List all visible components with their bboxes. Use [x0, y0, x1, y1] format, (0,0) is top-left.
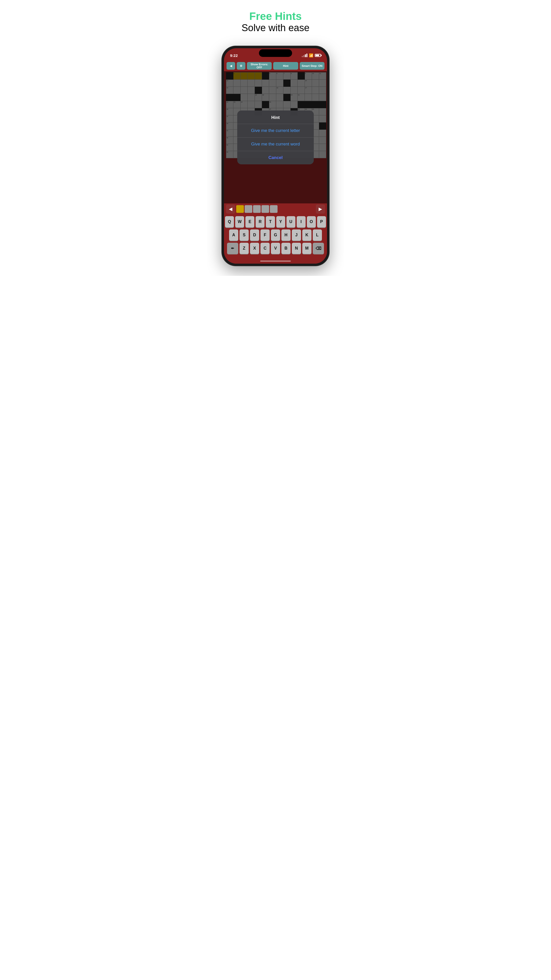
key-v[interactable]: V	[271, 243, 280, 254]
status-icons: 📶	[302, 53, 321, 57]
hint-button[interactable]: Hint	[273, 62, 298, 70]
next-word-button[interactable]: ▶	[316, 204, 325, 213]
battery-icon	[315, 54, 321, 57]
word-cell-2[interactable]	[245, 205, 252, 213]
keyboard-row-3: ✏ Z X C V B N M ⌫	[225, 243, 326, 254]
status-time: 9:22	[230, 53, 238, 58]
key-n[interactable]: N	[292, 243, 301, 254]
key-y[interactable]: Y	[276, 216, 285, 228]
keyboard-row-1: Q W E R T Y U I O P	[225, 216, 326, 228]
key-r[interactable]: R	[256, 216, 265, 228]
hint-dialog: Hint Give me the current letter Give me …	[237, 110, 314, 164]
show-errors-button[interactable]: Show Errors: OFF	[247, 62, 272, 70]
page-title-green: Free Hints	[241, 10, 310, 22]
keyboard-row-2: A S D F G H J K L	[225, 229, 326, 241]
toolbar: ◀ ⚙ Show Errors: OFF Hint Smart Step: ON	[224, 60, 327, 71]
home-indicator	[224, 259, 327, 264]
keyboard: Q W E R T Y U I O P A S D F G H J K L	[224, 215, 327, 259]
smart-step-button[interactable]: Smart Step: ON	[300, 62, 324, 70]
phone-screen: 9:22 📶 ◀ ⚙ Show Errors: OFF Hint Smart S…	[224, 48, 327, 264]
phone-notch	[259, 49, 292, 57]
key-g[interactable]: G	[271, 229, 280, 241]
key-m[interactable]: M	[302, 243, 311, 254]
crossword-container: 2 5 6 7 8 9 10 11	[224, 71, 327, 204]
word-cell-4[interactable]	[262, 205, 269, 213]
key-e[interactable]: E	[245, 216, 254, 228]
key-o[interactable]: O	[307, 216, 316, 228]
settings-button[interactable]: ⚙	[237, 62, 245, 70]
word-cell-3[interactable]	[253, 205, 261, 213]
key-pencil[interactable]: ✏	[227, 243, 238, 254]
back-button[interactable]: ◀	[227, 62, 235, 70]
phone-frame: 9:22 📶 ◀ ⚙ Show Errors: OFF Hint Smart S…	[222, 46, 329, 266]
hint-cancel-button[interactable]: Cancel	[237, 151, 314, 164]
key-a[interactable]: A	[229, 229, 238, 241]
word-cell-5[interactable]	[270, 205, 278, 213]
page-title-black: Solve with ease	[241, 22, 310, 33]
hint-dialog-overlay: Hint Give me the current letter Give me …	[224, 71, 327, 204]
prev-word-button[interactable]: ◀	[226, 204, 235, 213]
wifi-icon: 📶	[309, 53, 313, 57]
key-u[interactable]: U	[286, 216, 295, 228]
page-header: Free Hints Solve with ease	[237, 0, 314, 38]
hint-dialog-title: Hint	[237, 110, 314, 124]
key-j[interactable]: J	[292, 229, 301, 241]
key-b[interactable]: B	[281, 243, 291, 254]
hint-letter-button[interactable]: Give me the current letter	[237, 124, 314, 138]
word-cell-1[interactable]	[236, 205, 244, 213]
hint-word-button[interactable]: Give me the current word	[237, 138, 314, 151]
word-bar-cells	[236, 205, 315, 213]
key-f[interactable]: F	[260, 229, 270, 241]
key-delete[interactable]: ⌫	[313, 243, 324, 254]
home-bar	[260, 261, 291, 262]
key-w[interactable]: W	[235, 216, 244, 228]
key-s[interactable]: S	[240, 229, 249, 241]
key-q[interactable]: Q	[225, 216, 234, 228]
key-i[interactable]: I	[297, 216, 306, 228]
key-t[interactable]: T	[266, 216, 275, 228]
key-x[interactable]: X	[250, 243, 259, 254]
key-h[interactable]: H	[281, 229, 291, 241]
key-d[interactable]: D	[250, 229, 259, 241]
key-l[interactable]: L	[313, 229, 322, 241]
key-k[interactable]: K	[302, 229, 311, 241]
key-c[interactable]: C	[260, 243, 270, 254]
key-z[interactable]: Z	[240, 243, 249, 254]
key-p[interactable]: P	[317, 216, 326, 228]
word-bar: ◀ ▶	[224, 204, 327, 215]
signal-icon	[302, 54, 307, 57]
